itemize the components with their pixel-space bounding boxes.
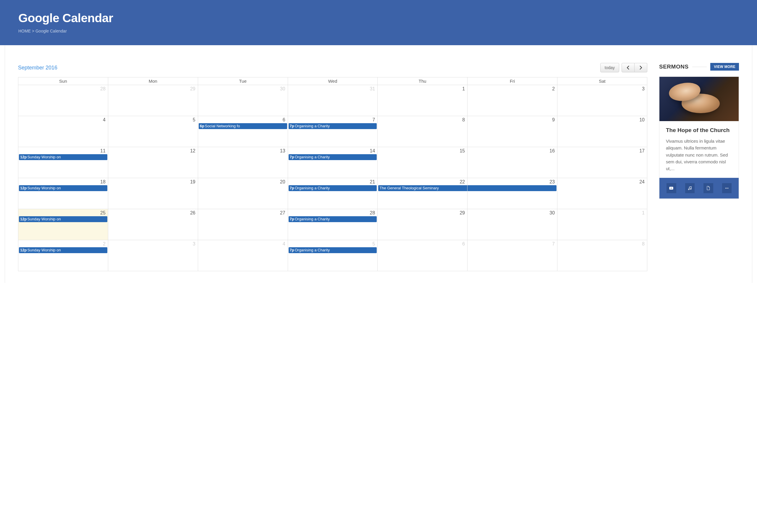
day-number: 9: [468, 116, 557, 123]
day-number: 3: [108, 240, 198, 247]
sermon-image[interactable]: [659, 77, 739, 121]
calendar-cell[interactable]: 29: [108, 85, 198, 116]
calendar-event[interactable]: 12pSunday Worship on: [19, 216, 107, 222]
event-title: Sunday Worship on: [27, 186, 61, 190]
calendar-event[interactable]: [468, 185, 557, 191]
event-time: 12p: [20, 248, 27, 252]
breadcrumb-home[interactable]: HOME: [18, 29, 31, 33]
calendar-widget: September 2016 today SunMonTueWedThuFriS…: [18, 63, 647, 271]
calendar-cell[interactable]: 15: [378, 147, 468, 178]
event-time: 12p: [20, 186, 27, 190]
video-icon: [669, 186, 674, 190]
calendar-cell[interactable]: 26: [108, 209, 198, 240]
calendar-cell[interactable]: 66pSocial Networking fo: [198, 116, 288, 147]
video-button[interactable]: [667, 183, 676, 193]
more-button[interactable]: [722, 183, 732, 193]
calendar-event[interactable]: 7pOrganising a Charity: [288, 247, 377, 253]
calendar-cell[interactable]: 57pOrganising a Charity: [288, 240, 378, 271]
event-title: Social Networking fo: [205, 124, 240, 128]
calendar-event[interactable]: 7pOrganising a Charity: [288, 185, 377, 191]
calendar-cell[interactable]: 23: [468, 178, 558, 209]
prev-month-button[interactable]: [621, 63, 635, 72]
calendar-cell[interactable]: 8: [558, 240, 647, 271]
event-title: Sunday Worship on: [27, 155, 61, 159]
calendar-cell[interactable]: 31: [288, 85, 378, 116]
calendar-cell[interactable]: 12: [108, 147, 198, 178]
calendar-cell[interactable]: 3: [558, 85, 647, 116]
calendar-cell[interactable]: 7: [468, 240, 558, 271]
calendar-cell[interactable]: 1: [378, 85, 468, 116]
calendar-cell[interactable]: 6: [378, 240, 468, 271]
event-time: 12p: [20, 217, 27, 221]
calendar-cell[interactable]: 30: [468, 209, 558, 240]
calendar-event[interactable]: 7pOrganising a Charity: [288, 123, 377, 129]
event-title: Sunday Worship on: [27, 217, 61, 221]
event-time: 7p: [290, 248, 294, 252]
pdf-button[interactable]: [704, 183, 713, 193]
svg-point-3: [727, 188, 728, 189]
calendar-cell[interactable]: 17: [558, 147, 647, 178]
audio-button[interactable]: [685, 183, 695, 193]
svg-point-2: [726, 188, 727, 189]
today-button[interactable]: today: [600, 63, 619, 72]
calendar-cell[interactable]: 3: [108, 240, 198, 271]
calendar-cell[interactable]: 212pSunday Worship on: [18, 240, 108, 271]
calendar-cell[interactable]: 1812pSunday Worship on: [18, 178, 108, 209]
day-number: 8: [378, 116, 467, 123]
day-number: 21: [288, 178, 378, 184]
day-number: 4: [198, 240, 288, 247]
calendar-cell[interactable]: 16: [468, 147, 558, 178]
calendar-cell[interactable]: 9: [468, 116, 558, 147]
event-title: Organising a Charity: [295, 124, 330, 128]
calendar-cell[interactable]: 8: [378, 116, 468, 147]
event-title: Organising a Charity: [295, 155, 330, 159]
calendar-cell[interactable]: 77pOrganising a Charity: [288, 116, 378, 147]
calendar-cell[interactable]: 4: [198, 240, 288, 271]
calendar-cell[interactable]: 22The General Theological Seminary: [378, 178, 468, 209]
calendar-cell[interactable]: 20: [198, 178, 288, 209]
day-number: 12: [108, 147, 198, 154]
day-header: Tue: [198, 77, 288, 85]
day-number: 2: [18, 240, 108, 247]
calendar-cell[interactable]: 147pOrganising a Charity: [288, 147, 378, 178]
calendar-cell[interactable]: 2512pSunday Worship on: [18, 209, 108, 240]
calendar-cell[interactable]: 5: [108, 116, 198, 147]
day-number: 14: [288, 147, 378, 154]
more-icon: [724, 186, 729, 190]
day-number: 5: [288, 240, 378, 247]
event-time: 7p: [290, 186, 294, 190]
day-number: 29: [108, 85, 198, 92]
calendar-cell[interactable]: 30: [198, 85, 288, 116]
day-number: 16: [468, 147, 557, 154]
event-title: The General Theological Seminary: [379, 186, 439, 190]
calendar-cell[interactable]: 287pOrganising a Charity: [288, 209, 378, 240]
calendar-event[interactable]: 12pSunday Worship on: [19, 247, 107, 253]
calendar-cell[interactable]: 1112pSunday Worship on: [18, 147, 108, 178]
calendar-cell[interactable]: 19: [108, 178, 198, 209]
day-header: Mon: [108, 77, 198, 85]
next-month-button[interactable]: [635, 63, 647, 72]
calendar-event[interactable]: The General Theological Seminary: [378, 185, 467, 191]
file-icon: [706, 186, 711, 190]
calendar-cell[interactable]: 1: [558, 209, 647, 240]
calendar-event[interactable]: 7pOrganising a Charity: [288, 154, 377, 160]
calendar-cell[interactable]: 4: [18, 116, 108, 147]
calendar-cell[interactable]: 217pOrganising a Charity: [288, 178, 378, 209]
calendar-cell[interactable]: 13: [198, 147, 288, 178]
day-number: 7: [468, 240, 557, 247]
event-time: 7p: [290, 217, 294, 221]
calendar-event[interactable]: 6pSocial Networking fo: [199, 123, 287, 129]
calendar-cell[interactable]: 2: [468, 85, 558, 116]
calendar-cell[interactable]: 24: [558, 178, 647, 209]
calendar-event[interactable]: 7pOrganising a Charity: [288, 216, 377, 222]
sidebar: SERMONS VIEW MORE The Hope of the Church…: [659, 63, 739, 271]
view-more-button[interactable]: VIEW MORE: [710, 63, 739, 70]
calendar-event[interactable]: 12pSunday Worship on: [19, 185, 107, 191]
sermon-title[interactable]: The Hope of the Church: [666, 127, 732, 133]
calendar-cell[interactable]: 28: [18, 85, 108, 116]
day-number: 2: [468, 85, 557, 92]
calendar-event[interactable]: 12pSunday Worship on: [19, 154, 107, 160]
calendar-cell[interactable]: 27: [198, 209, 288, 240]
calendar-cell[interactable]: 29: [378, 209, 468, 240]
calendar-cell[interactable]: 10: [558, 116, 647, 147]
